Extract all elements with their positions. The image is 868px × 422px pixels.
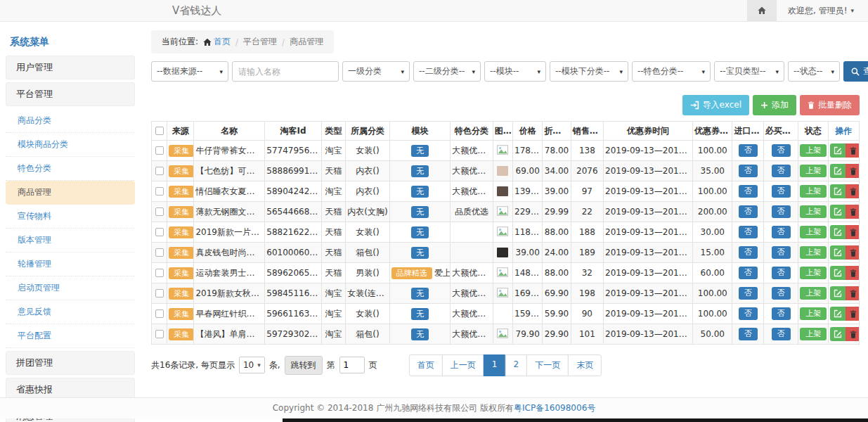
row-checkbox[interactable] <box>155 207 164 216</box>
sidebar-item-商品分类[interactable]: 商品分类 <box>6 109 135 133</box>
import-select-toggle[interactable]: 否 <box>739 267 758 279</box>
level2-category-select[interactable]: --二级分类--▾ <box>413 61 481 82</box>
status-button[interactable]: 上架 <box>800 307 827 320</box>
delete-button[interactable] <box>846 164 860 178</box>
row-checkbox[interactable] <box>155 167 164 175</box>
delete-button[interactable] <box>846 266 860 280</box>
edit-button[interactable] <box>830 266 846 280</box>
import-select-toggle[interactable]: 否 <box>739 328 758 340</box>
must-buy-toggle[interactable]: 否 <box>772 246 791 259</box>
import-select-toggle[interactable]: 否 <box>739 144 758 157</box>
import-select-toggle[interactable]: 否 <box>739 205 758 218</box>
row-checkbox[interactable] <box>155 187 164 196</box>
status-button[interactable]: 上架 <box>800 328 827 340</box>
breadcrumb-home-link[interactable]: 首页 <box>203 36 231 48</box>
sidebar-group-拼团管理[interactable]: 拼团管理 <box>6 351 135 375</box>
row-checkbox[interactable] <box>155 289 164 298</box>
import-select-toggle[interactable]: 否 <box>739 165 758 177</box>
edit-button[interactable] <box>830 143 846 158</box>
sidebar-item-商品管理[interactable]: 商品管理 <box>6 181 135 205</box>
sidebar-group-users[interactable]: 用户管理 <box>6 56 135 79</box>
status-button[interactable]: 上架 <box>800 165 827 177</box>
jump-button[interactable]: 跳转到 <box>285 356 323 375</box>
sidebar-item-宣传物料[interactable]: 宣传物料 <box>6 205 135 229</box>
item-type-select[interactable]: --宝贝类型--▾ <box>714 61 784 82</box>
edit-button[interactable] <box>830 307 846 321</box>
sidebar-item-意见反馈[interactable]: 意见反馈 <box>6 300 135 324</box>
edit-button[interactable] <box>830 164 846 178</box>
import-select-toggle[interactable]: 否 <box>739 185 758 198</box>
sidebar-item-轮播管理[interactable]: 轮播管理 <box>6 252 135 276</box>
pager-button-下一页[interactable]: 下一页 <box>526 354 569 376</box>
status-button[interactable]: 上架 <box>800 246 827 259</box>
row-checkbox[interactable] <box>155 228 164 236</box>
row-checkbox[interactable] <box>155 330 164 338</box>
status-select[interactable]: --状态--▾ <box>788 61 840 82</box>
status-button[interactable]: 上架 <box>800 144 827 157</box>
data-source-select[interactable]: --数据来源--▾ <box>151 61 228 82</box>
select-all-checkbox[interactable] <box>155 127 164 135</box>
module-select[interactable]: --模块--▾ <box>484 61 546 82</box>
icp-link[interactable]: 粤ICP备16098006号 <box>514 402 595 414</box>
query-button[interactable]: 查询 <box>843 61 868 82</box>
delete-button[interactable] <box>846 184 860 198</box>
import-select-toggle[interactable]: 否 <box>739 307 758 320</box>
must-buy-toggle[interactable]: 否 <box>772 144 791 157</box>
row-checkbox[interactable] <box>155 269 164 277</box>
feature-category-select[interactable]: --特色分类--▾ <box>632 61 711 82</box>
add-button[interactable]: 添加 <box>753 95 796 115</box>
pager-button-首页[interactable]: 首页 <box>409 354 443 376</box>
row-checkbox[interactable] <box>155 248 164 257</box>
delete-button[interactable] <box>846 143 860 158</box>
must-buy-toggle[interactable]: 否 <box>772 185 791 198</box>
status-button[interactable]: 上架 <box>800 287 827 300</box>
sidebar-item-特色分类[interactable]: 特色分类 <box>6 157 135 181</box>
pager-button-1[interactable]: 1 <box>484 354 506 376</box>
sidebar-item-启动页管理[interactable]: 启动页管理 <box>6 276 135 300</box>
edit-button[interactable] <box>830 205 846 219</box>
row-checkbox[interactable] <box>155 309 164 318</box>
delete-button[interactable] <box>846 307 860 321</box>
import-select-toggle[interactable]: 否 <box>739 226 758 238</box>
edit-button[interactable] <box>830 245 846 260</box>
status-button[interactable]: 上架 <box>800 226 827 238</box>
page-number-input[interactable] <box>339 357 365 373</box>
module-subcategory-select[interactable]: --模块下分类--▾ <box>550 61 628 82</box>
edit-button[interactable] <box>830 327 846 341</box>
import-select-toggle[interactable]: 否 <box>739 287 758 300</box>
must-buy-toggle[interactable]: 否 <box>772 267 791 279</box>
pager-button-上一页[interactable]: 上一页 <box>442 354 484 376</box>
must-buy-toggle[interactable]: 否 <box>772 205 791 218</box>
must-buy-toggle[interactable]: 否 <box>772 165 791 177</box>
delete-button[interactable] <box>846 327 860 341</box>
import-excel-button[interactable]: 导入excel <box>682 95 749 115</box>
delete-button[interactable] <box>846 205 860 219</box>
header-home-button[interactable] <box>747 0 777 21</box>
level1-category-select[interactable]: 一级分类▾ <box>342 61 410 82</box>
pager-button-2[interactable]: 2 <box>505 354 528 376</box>
sidebar-item-平台配置[interactable]: 平台配置 <box>6 324 135 348</box>
must-buy-toggle[interactable]: 否 <box>772 226 791 238</box>
import-select-toggle[interactable]: 否 <box>739 246 758 259</box>
sidebar-group-platform[interactable]: 平台管理 <box>6 82 135 106</box>
per-page-select[interactable]: 10 ▾ <box>239 357 265 373</box>
name-search-input[interactable] <box>232 61 339 82</box>
status-button[interactable]: 上架 <box>800 267 827 279</box>
delete-button[interactable] <box>846 225 860 239</box>
must-buy-toggle[interactable]: 否 <box>772 328 791 340</box>
edit-button[interactable] <box>830 184 846 198</box>
edit-button[interactable] <box>830 225 846 239</box>
delete-button[interactable] <box>846 245 860 260</box>
pager-button-末页[interactable]: 末页 <box>568 354 602 376</box>
status-button[interactable]: 上架 <box>800 205 827 218</box>
edit-button[interactable] <box>830 286 846 300</box>
batch-delete-button[interactable]: 批量删除 <box>800 95 860 115</box>
sidebar-item-模块商品分类[interactable]: 模块商品分类 <box>6 133 135 157</box>
delete-button[interactable] <box>846 286 860 300</box>
must-buy-toggle[interactable]: 否 <box>772 287 791 300</box>
sidebar-item-版本管理[interactable]: 版本管理 <box>6 229 135 252</box>
status-button[interactable]: 上架 <box>800 185 827 198</box>
user-menu[interactable]: 欢迎您, 管理员! ▾ <box>777 5 868 17</box>
must-buy-toggle[interactable]: 否 <box>772 307 791 320</box>
row-checkbox[interactable] <box>155 146 164 155</box>
